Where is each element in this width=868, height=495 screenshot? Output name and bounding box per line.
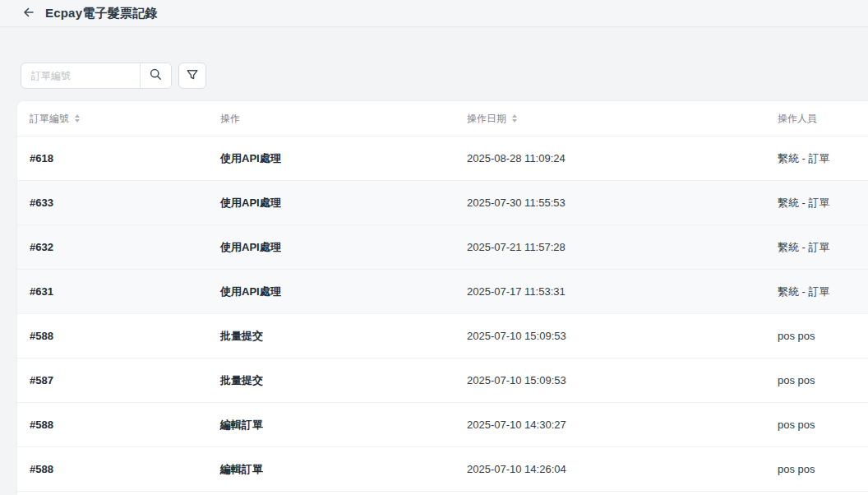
cell-operator: 繫統 - 訂單 (778, 196, 868, 210)
cell-operator: 繫統 - 訂單 (778, 240, 868, 255)
column-header: 操作 (220, 112, 467, 126)
cell-operation: 使用API處理 (220, 196, 467, 210)
table-row: #632 使用API處理 2025-07-21 11:57:28 繫統 - 訂單 (17, 225, 868, 270)
cell-date: 2025-07-10 15:09:53 (467, 330, 778, 342)
funnel-icon (186, 68, 199, 84)
cell-order-no: #632 (30, 241, 220, 253)
cell-operation: 編輯訂單 (220, 418, 467, 433)
cell-operator: pos pos (778, 419, 868, 431)
back-button[interactable] (21, 5, 37, 21)
magnifier-icon (149, 67, 163, 84)
table-header-row: 訂單編號 操作 操作日期 操作人員 (17, 101, 868, 136)
search-button[interactable] (140, 63, 171, 88)
cell-order-no: #618 (30, 152, 220, 164)
table-row: #588 編輯訂單 2025-07-10 14:26:04 pos pos (17, 447, 868, 492)
cell-order-no: #631 (30, 285, 220, 298)
filter-button[interactable] (178, 62, 206, 89)
cell-order-no: #588 (30, 463, 220, 475)
column-header[interactable]: 訂單編號 (30, 112, 220, 126)
cell-date: 2025-07-21 11:57:28 (467, 241, 778, 253)
column-label: 訂單編號 (30, 112, 69, 126)
cell-order-no: #588 (30, 419, 220, 431)
toolbar (21, 62, 206, 89)
column-header[interactable]: 操作日期 (467, 112, 778, 126)
table-body: #618 使用API處理 2025-08-28 11:09:24 繫統 - 訂單… (17, 136, 868, 492)
cell-order-no: #588 (30, 330, 220, 342)
log-table: 訂單編號 操作 操作日期 操作人員 #618 使用API處理 2025-08-2… (16, 100, 868, 495)
column-label: 操作 (220, 112, 240, 126)
cell-operation: 使用API處理 (220, 285, 467, 299)
sort-icon (512, 114, 517, 123)
cell-operation: 使用API處理 (220, 151, 467, 166)
cell-operation: 使用API處理 (220, 240, 467, 255)
cell-operation: 批量提交 (220, 373, 467, 388)
cell-date: 2025-07-10 15:09:53 (467, 374, 778, 386)
cell-operator: pos pos (778, 463, 868, 475)
arrow-left-icon (22, 6, 35, 21)
cell-date: 2025-07-17 11:53:31 (467, 285, 778, 298)
top-bar: Ecpay電子髮票記錄 (0, 0, 868, 27)
table-row: #631 使用API處理 2025-07-17 11:53:31 繫統 - 訂單 (17, 270, 868, 314)
cell-operator: pos pos (778, 374, 868, 386)
cell-operation: 批量提交 (220, 329, 467, 344)
column-label: 操作人員 (778, 112, 817, 126)
cell-order-no: #587 (30, 374, 220, 386)
cell-operator: 繫統 - 訂單 (778, 285, 868, 299)
search-input[interactable] (21, 63, 140, 88)
cell-operation: 編輯訂單 (220, 462, 467, 477)
cell-date: 2025-07-10 14:30:27 (467, 419, 778, 431)
cell-date: 2025-08-28 11:09:24 (467, 152, 778, 164)
cell-order-no: #633 (30, 197, 220, 209)
table-row: #588 批量提交 2025-07-10 15:09:53 pos pos (17, 314, 868, 359)
table-row: #633 使用API處理 2025-07-30 11:55:53 繫統 - 訂單 (17, 181, 868, 225)
table-row: #588 編輯訂單 2025-07-10 14:30:27 pos pos (17, 403, 868, 447)
column-label: 操作日期 (467, 112, 506, 126)
table-row: #587 批量提交 2025-07-10 15:09:53 pos pos (17, 359, 868, 403)
search-group (21, 62, 172, 89)
cell-date: 2025-07-30 11:55:53 (467, 197, 778, 209)
cell-operator: pos pos (778, 330, 868, 342)
cell-operator: 繫統 - 訂單 (778, 151, 868, 166)
page-title: Ecpay電子髮票記錄 (45, 6, 157, 21)
column-header: 操作人員 (778, 112, 868, 126)
sort-icon (75, 114, 80, 123)
table-row: #618 使用API處理 2025-08-28 11:09:24 繫統 - 訂單 (17, 136, 868, 181)
cell-date: 2025-07-10 14:26:04 (467, 463, 778, 475)
